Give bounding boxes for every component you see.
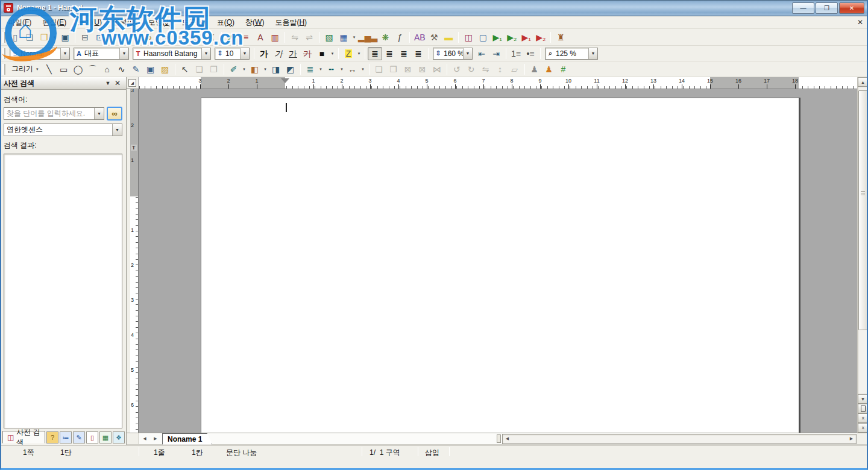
outdent-button[interactable]: ⇤ bbox=[474, 47, 489, 60]
macro-play-1-button[interactable]: ▶₁ bbox=[519, 31, 533, 44]
search-input-dropdown[interactable]: ▼ bbox=[94, 108, 104, 119]
horizontal-scroll-track[interactable] bbox=[512, 434, 847, 443]
results-listbox[interactable] bbox=[4, 154, 122, 428]
macro-record-1-button[interactable]: ▶₁ bbox=[490, 31, 505, 44]
panel-tab-shapes[interactable]: ❖ bbox=[113, 431, 125, 443]
highlight-block-button[interactable]: ▬ bbox=[441, 31, 456, 44]
insert-table-button[interactable]: ▦ bbox=[336, 31, 351, 44]
document-canvas[interactable] bbox=[139, 89, 857, 433]
panel-collapse-icon[interactable]: ▼ bbox=[103, 80, 113, 86]
shape-combo-dropdown[interactable]: ▼ bbox=[119, 48, 128, 59]
zoom-combo-dropdown[interactable]: ▼ bbox=[588, 48, 597, 59]
vertical-scroll-thumb[interactable] bbox=[858, 90, 867, 330]
distribute-objects-button[interactable]: ⊠ bbox=[415, 63, 430, 76]
bind-objects-button[interactable]: ⋈ bbox=[430, 63, 444, 76]
insert-picture-button[interactable]: ▧ bbox=[322, 31, 336, 44]
open-file-dropdown[interactable]: ▾ bbox=[51, 31, 58, 44]
new-document-button[interactable]: ▯ bbox=[8, 31, 22, 44]
tab-scroll-right-button[interactable]: ▶ bbox=[151, 434, 160, 443]
menu-q[interactable]: 표(Q) bbox=[212, 17, 240, 28]
indent-button[interactable]: ⇥ bbox=[489, 47, 503, 60]
shape-align-button[interactable]: ♟ bbox=[527, 63, 542, 76]
rotate-object-button[interactable]: ↺ bbox=[450, 63, 464, 76]
insert-chart-button[interactable]: ▂▅▃ bbox=[357, 31, 378, 44]
redo-button[interactable]: ↷ bbox=[127, 31, 141, 44]
underline-button[interactable]: 가 bbox=[286, 47, 300, 60]
search-input[interactable]: 찾을 단어를 입력하세요. ▼ bbox=[4, 107, 104, 120]
hanja-convert-button[interactable]: ♜ bbox=[553, 31, 568, 44]
menu-h[interactable]: 도움말(H) bbox=[269, 17, 312, 28]
panel-tab-document[interactable]: ▯ bbox=[86, 431, 98, 443]
menu-j[interactable]: 모양(J) bbox=[143, 17, 177, 28]
dictionary-select[interactable]: 영한엣센스 ▼ bbox=[4, 124, 122, 136]
paste-button[interactable]: ▤ bbox=[190, 31, 204, 44]
apply-shape-button[interactable]: ⇌ bbox=[302, 31, 316, 44]
tab-scroll-left-button[interactable]: ◀ bbox=[140, 434, 149, 443]
document-tools-button[interactable]: ⚒ bbox=[427, 31, 441, 44]
line-color-dropdown[interactable]: ▾ bbox=[241, 63, 248, 76]
flip-horizontal-button[interactable]: ⇋ bbox=[479, 63, 493, 76]
insert-formula-button[interactable]: ƒ bbox=[392, 31, 407, 44]
char-color-dropdown[interactable]: ▾ bbox=[329, 47, 336, 60]
menu-u[interactable]: 보기(U) bbox=[72, 17, 107, 28]
save-button[interactable]: ▣ bbox=[58, 31, 72, 44]
close-document-icon[interactable]: ✕ bbox=[855, 18, 866, 27]
overlap-chars-button[interactable]: AB bbox=[412, 31, 427, 44]
menu-e[interactable]: 편집(E) bbox=[37, 17, 72, 28]
insert-textbox-button[interactable]: ▣ bbox=[143, 63, 158, 76]
line-thickness-dropdown[interactable]: ▾ bbox=[318, 63, 324, 76]
align-right-button[interactable]: ≣ bbox=[411, 47, 426, 60]
format-stamp-button[interactable]: ♖ bbox=[204, 31, 219, 44]
panel-tab-list[interactable]: ≔ bbox=[60, 431, 72, 443]
shade-down-button[interactable]: ◩ bbox=[283, 63, 298, 76]
draw-line-button[interactable]: ╲ bbox=[42, 63, 57, 76]
menu-k[interactable]: 도구(K) bbox=[177, 17, 212, 28]
insert-table-dropdown[interactable]: ▾ bbox=[351, 31, 357, 44]
send-backward-button[interactable]: ❐ bbox=[386, 63, 401, 76]
panel-tab-edit[interactable]: ✎ bbox=[73, 431, 85, 443]
minimize-button[interactable]: — bbox=[792, 2, 814, 14]
select-object-button[interactable]: ↖ bbox=[178, 63, 192, 76]
style-combo-dropdown[interactable]: ▼ bbox=[60, 48, 69, 59]
top-margin-marker[interactable]: T bbox=[131, 145, 137, 151]
numbered-list-button[interactable]: 1≡ bbox=[509, 47, 523, 60]
flip-vertical-button[interactable]: ↕ bbox=[493, 63, 508, 76]
bring-forward-button[interactable]: ❏ bbox=[372, 63, 386, 76]
horizontal-scrollbar[interactable]: ◀ ▶ bbox=[502, 434, 857, 444]
rotate-90-button[interactable]: ↻ bbox=[464, 63, 479, 76]
panel-tab-dictionary[interactable]: ? bbox=[46, 431, 58, 443]
zoom-combo[interactable]: ⌕125 %▼ bbox=[545, 48, 598, 60]
line-spacing-combo[interactable]: ⇕160 %▼ bbox=[433, 48, 473, 60]
tb-draw-grip[interactable] bbox=[2, 64, 5, 75]
draw-freehand-button[interactable]: ✎ bbox=[129, 63, 143, 76]
open-document-button[interactable]: ❏ bbox=[22, 31, 37, 44]
document-page[interactable] bbox=[201, 98, 799, 433]
align-left-button[interactable]: ≣ bbox=[382, 47, 397, 60]
draw-polygon-button[interactable]: ⌂ bbox=[100, 63, 115, 76]
copy-shape-button[interactable]: ⇋ bbox=[288, 31, 302, 44]
highlighter-dropdown[interactable]: ▾ bbox=[356, 47, 362, 60]
dictionary-select-dropdown[interactable]: ▼ bbox=[112, 124, 122, 136]
print-preview-button[interactable]: ⊡ bbox=[92, 31, 107, 44]
draw-menu-button[interactable]: 그리기▾ bbox=[8, 63, 42, 76]
arrow-style-dropdown[interactable]: ▾ bbox=[360, 63, 366, 76]
grid-settings-button[interactable]: # bbox=[556, 63, 571, 76]
font-combo-dropdown[interactable]: ▼ bbox=[201, 48, 210, 59]
shape-combo[interactable]: A대표▼ bbox=[74, 48, 129, 60]
align-justify-button[interactable]: ≣ bbox=[368, 47, 382, 60]
tab-dictionary-search[interactable]: ◫ 사전 검색 bbox=[2, 431, 45, 443]
line-style-button[interactable]: ╍ bbox=[324, 63, 339, 76]
style-combo[interactable]: ≡Normal▼ bbox=[10, 48, 70, 60]
line-thickness-button[interactable]: ≣ bbox=[303, 63, 318, 76]
cut-button[interactable]: ✂ bbox=[161, 31, 175, 44]
bold-button[interactable]: 가 bbox=[257, 47, 271, 60]
vertical-ruler[interactable]: 32112345678T bbox=[130, 89, 139, 433]
open-file-button[interactable]: ❒ bbox=[37, 31, 51, 44]
scroll-left-button[interactable]: ◀ bbox=[503, 434, 512, 443]
line-spacing-combo-dropdown[interactable]: ▼ bbox=[463, 48, 472, 59]
scroll-up-button[interactable]: ▲ bbox=[858, 77, 868, 87]
panel-close-icon[interactable]: ✕ bbox=[113, 79, 122, 87]
char-color-button[interactable]: ■ bbox=[315, 47, 329, 60]
draw-rectangle-button[interactable]: ▭ bbox=[57, 63, 71, 76]
arrow-style-button[interactable]: ↔ bbox=[345, 63, 360, 76]
